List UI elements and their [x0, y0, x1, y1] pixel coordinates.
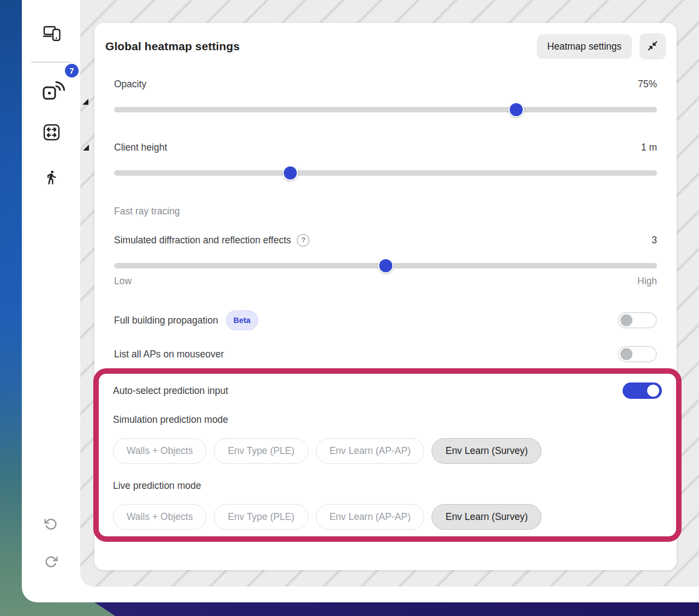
- option-env-learn-ap-ap[interactable]: Env Learn (AP-AP): [316, 504, 425, 530]
- notification-badge: 7: [64, 63, 80, 79]
- option-env-learn-ap-ap[interactable]: Env Learn (AP-AP): [316, 438, 425, 464]
- full-building-toggle[interactable]: [618, 312, 657, 328]
- collapse-button[interactable]: [640, 33, 666, 59]
- collapse-icon: [647, 40, 659, 53]
- simulation-mode-label: Simulation prediction mode: [113, 413, 228, 426]
- option-env-learn-survey[interactable]: Env Learn (Survey): [432, 504, 541, 530]
- option-env-type-ple[interactable]: Env Type (PLE): [214, 504, 308, 530]
- card-header: Global heatmap settings Heatmap settings: [94, 23, 677, 59]
- diffraction-slider-thumb[interactable]: [378, 258, 393, 273]
- opacity-label: Opacity: [114, 77, 146, 91]
- global-heatmap-settings-card: Global heatmap settings Heatmap settings…: [94, 23, 677, 570]
- redo-icon[interactable]: [44, 555, 58, 571]
- app-panel: 7: [22, 0, 699, 602]
- diffraction-label: Simulated diffraction and reflection eff…: [114, 234, 309, 247]
- toolbar-sidebar: 7: [22, 0, 80, 602]
- chevron-corner-icon: [82, 99, 88, 105]
- walking-person-icon[interactable]: [44, 168, 59, 189]
- opacity-slider-thumb[interactable]: [509, 102, 524, 117]
- client-height-value: 1 m: [641, 142, 657, 153]
- option-walls-objects[interactable]: Walls + Objects: [113, 438, 206, 464]
- fast-ray-tracing-label: Fast ray tracing: [114, 205, 180, 218]
- list-aps-label: List all APs on mouseover: [114, 348, 224, 361]
- undo-icon[interactable]: [44, 517, 58, 533]
- scale-resize-icon[interactable]: [43, 123, 61, 143]
- toggle-knob: [620, 348, 632, 360]
- auto-select-label: Auto-select prediction input: [113, 384, 228, 397]
- slider-max-label: High: [637, 276, 657, 287]
- heatmap-settings-button[interactable]: Heatmap settings: [537, 34, 632, 59]
- auto-select-toggle[interactable]: [623, 382, 662, 399]
- diffraction-slider[interactable]: [114, 263, 657, 268]
- client-height-label: Client height: [114, 141, 167, 154]
- diffraction-value: 3: [652, 235, 657, 246]
- toggle-knob: [620, 314, 632, 326]
- toggle-knob: [647, 385, 659, 397]
- live-mode-options: Walls + Objects Env Type (PLE) Env Learn…: [99, 504, 676, 530]
- toolbar-divider: [31, 62, 70, 63]
- simulation-mode-options: Walls + Objects Env Type (PLE) Env Learn…: [99, 438, 676, 464]
- client-height-slider[interactable]: [114, 170, 657, 176]
- option-env-type-ple[interactable]: Env Type (PLE): [214, 438, 308, 464]
- annotation-highlight: Auto-select prediction input Simulation …: [93, 368, 682, 542]
- devices-icon[interactable]: [43, 25, 61, 45]
- chevron-corner-icon: [83, 145, 89, 151]
- live-mode-label: Live prediction mode: [113, 479, 201, 492]
- list-aps-toggle[interactable]: [618, 346, 657, 362]
- opacity-slider[interactable]: [114, 107, 657, 112]
- option-env-learn-survey[interactable]: Env Learn (Survey): [432, 438, 541, 464]
- opacity-value: 75%: [638, 79, 657, 90]
- access-point-wifi-icon[interactable]: [41, 79, 65, 104]
- beta-badge: Beta: [226, 310, 258, 330]
- slider-min-label: Low: [114, 276, 132, 287]
- help-icon[interactable]: ?: [297, 234, 309, 247]
- option-walls-objects[interactable]: Walls + Objects: [113, 504, 206, 530]
- client-height-slider-thumb[interactable]: [283, 165, 298, 181]
- full-building-label: Full building propagation Beta: [114, 310, 258, 330]
- page-title: Global heatmap settings: [105, 40, 240, 53]
